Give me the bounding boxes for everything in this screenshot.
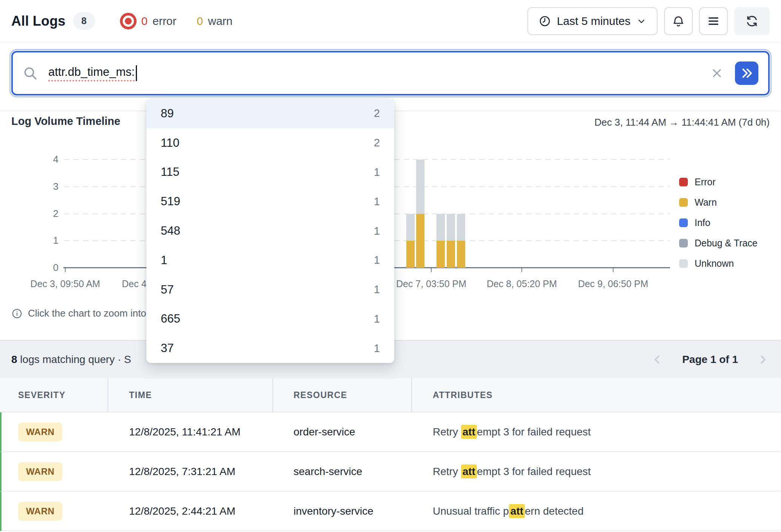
bar-segment-unknown (457, 214, 465, 241)
cell-resource: order-service (273, 412, 412, 451)
search-icon (23, 66, 38, 81)
chevron-right-icon (756, 353, 770, 366)
legend-item[interactable]: Unknown (679, 258, 758, 269)
log-message: Retry attempt 3 for failed request (433, 466, 591, 478)
menu-button[interactable] (699, 7, 728, 35)
cell-attributes: Retry attempt 3 for failed request (412, 412, 781, 451)
chevron-down-icon (636, 16, 646, 26)
x-axis-label: Dec 3, 09:50 AM (0, 278, 141, 289)
log-message: Retry attempt 3 for failed request (433, 426, 591, 438)
stacked-bar[interactable] (437, 214, 445, 268)
stacked-bar[interactable] (416, 160, 424, 268)
y-axis-tick-label: 0 (36, 262, 58, 274)
search-input[interactable]: attr.db_time_ms: (11, 51, 770, 95)
error-label: error (152, 15, 176, 28)
bar-segment-warn (437, 241, 445, 268)
legend-label: Error (695, 177, 716, 188)
log-table: SEVERITY TIME RESOURCE ATTRIBUTES WARN12… (0, 378, 781, 531)
y-axis-tick-label: 4 (36, 154, 58, 165)
cell-resource: inventory-service (273, 492, 412, 530)
double-chevron-right-icon (739, 66, 754, 80)
suggestion-item[interactable]: 5481 (146, 216, 394, 246)
suggestion-value: 110 (161, 136, 179, 150)
bar-segment-unknown (447, 214, 455, 241)
log-resource: order-service (294, 426, 355, 438)
suggestion-item[interactable]: 11 (146, 246, 394, 275)
suggestion-item[interactable]: 571 (146, 275, 394, 304)
legend-swatch (679, 198, 688, 207)
x-axis-label: Dec 4 (122, 278, 146, 289)
next-page-button[interactable] (756, 353, 770, 366)
pagination: Page 1 of 1 (650, 353, 770, 366)
clear-search-button[interactable] (710, 66, 724, 80)
suggestion-count: 2 (374, 137, 380, 149)
bar-segment-warn (447, 241, 455, 268)
severity-badge: WARN (18, 502, 62, 521)
notifications-button[interactable] (664, 7, 693, 35)
bar-segment-warn (416, 214, 424, 268)
stacked-bar[interactable] (447, 214, 455, 268)
cell-time: 12/8/2025, 11:41:21 AM (108, 412, 273, 451)
refresh-button[interactable] (734, 7, 770, 35)
suggestion-value: 115 (161, 165, 179, 179)
legend-item[interactable]: Error (679, 177, 758, 188)
severity-badge: WARN (18, 462, 62, 481)
suggestion-count: 1 (374, 166, 380, 178)
chart-title: Log Volume Timeline (11, 115, 120, 128)
suggestion-item[interactable]: 892 (146, 99, 394, 128)
cell-severity: WARN (2, 412, 108, 451)
table-body: WARN12/8/2025, 11:41:21 AMorder-serviceR… (0, 412, 781, 531)
suggestion-item[interactable]: 5191 (146, 187, 394, 216)
legend-item[interactable]: Debug & Trace (679, 238, 758, 249)
log-time: 12/8/2025, 2:44:21 AM (129, 505, 235, 517)
suggestion-count: 1 (374, 313, 380, 325)
stacked-bar[interactable] (406, 214, 415, 268)
table-row[interactable]: WARN12/8/2025, 2:44:21 AMinventory-servi… (0, 492, 781, 531)
suggestion-value: 57 (161, 283, 174, 297)
stacked-bar[interactable] (457, 214, 465, 268)
cell-severity: WARN (2, 452, 108, 491)
page-indicator: Page 1 of 1 (682, 354, 738, 366)
cell-resource: search-service (273, 452, 412, 491)
run-query-button[interactable] (735, 62, 758, 85)
legend-item[interactable]: Warn (679, 197, 758, 208)
y-axis-tick-label: 3 (36, 181, 58, 192)
error-count: 0 (141, 15, 148, 28)
column-header-time: TIME (108, 378, 273, 412)
cell-time: 12/8/2025, 7:31:21 AM (108, 452, 273, 491)
severity-badge: WARN (18, 423, 62, 441)
hamburger-menu-icon (707, 14, 720, 28)
log-time: 12/8/2025, 11:41:21 AM (129, 426, 240, 438)
suggestion-count: 1 (374, 225, 380, 237)
suggestion-value: 1 (161, 254, 167, 267)
suggestion-dropdown: 8921102115151915481115716651371 (146, 99, 394, 363)
column-header-severity: SEVERITY (0, 378, 108, 412)
suggestion-item[interactable]: 1151 (146, 158, 394, 187)
cell-attributes: Retry attempt 3 for failed request (412, 452, 781, 491)
table-row[interactable]: WARN12/8/2025, 11:41:21 AMorder-serviceR… (0, 412, 781, 452)
prev-page-button[interactable] (650, 353, 664, 366)
error-record-icon (120, 13, 137, 29)
column-header-resource: RESOURCE (273, 378, 412, 412)
clock-icon (539, 15, 551, 27)
suggestion-value: 665 (161, 312, 180, 326)
table-header-row: SEVERITY TIME RESOURCE ATTRIBUTES (0, 378, 781, 412)
suggestion-count: 1 (374, 195, 380, 208)
bar-segment-unknown (437, 214, 445, 241)
suggestion-count: 1 (374, 342, 380, 355)
x-axis-label: Dec 9, 06:50 PM (538, 278, 689, 289)
legend-label: Warn (695, 197, 717, 208)
time-range-button[interactable]: Last 5 minutes (527, 7, 658, 35)
suggestion-item[interactable]: 371 (146, 334, 394, 363)
page-title: All Logs (11, 13, 66, 29)
x-axis-tick (613, 268, 613, 272)
legend-item[interactable]: Info (679, 217, 758, 228)
chart-time-range: Dec 3, 11:44 AM → 11:44:41 AM (7d 0h) (595, 117, 770, 128)
suggestion-item[interactable]: 1102 (146, 128, 394, 158)
table-row[interactable]: WARN12/8/2025, 7:31:21 AMsearch-serviceR… (0, 452, 781, 492)
error-status: 0 error (120, 13, 177, 29)
suggestion-value: 37 (161, 341, 174, 355)
suggestion-item[interactable]: 6651 (146, 304, 394, 334)
bell-icon (672, 14, 685, 28)
warn-label: warn (208, 15, 232, 28)
